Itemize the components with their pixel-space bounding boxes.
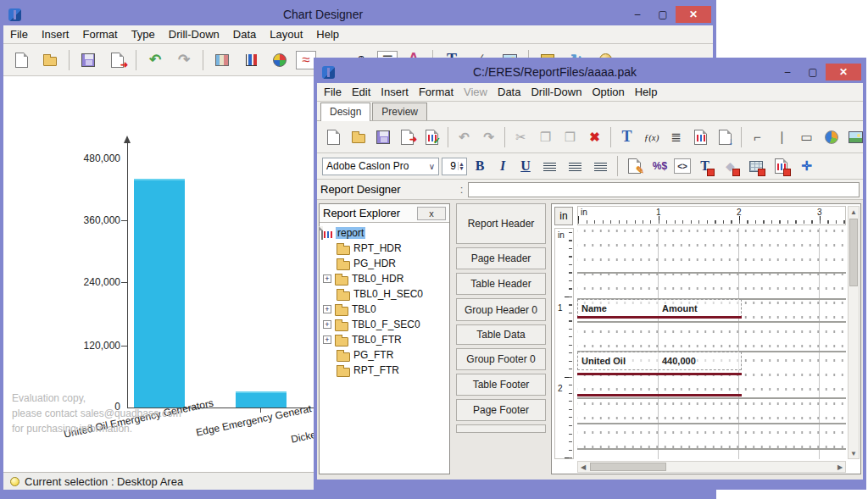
tree-item[interactable]: +TBL0_FTR [321, 332, 448, 347]
spinner-arrows-icon[interactable]: ▲▼ [458, 162, 466, 170]
tree-root[interactable]: report [321, 225, 448, 241]
export-icon[interactable]: ➜ [396, 125, 419, 148]
close-panel-button[interactable]: x [417, 207, 446, 220]
menu-type[interactable]: Type [131, 28, 155, 41]
paste-icon[interactable]: ❒ [559, 125, 581, 148]
move-icon[interactable]: ✛ [795, 155, 818, 178]
menu-insert[interactable]: Insert [381, 86, 409, 98]
band-separator[interactable] [577, 272, 846, 274]
bold-button[interactable]: B [470, 156, 490, 176]
font-size-stepper[interactable]: 9 ▲▼ [442, 158, 467, 175]
table-data-row[interactable]: United Oil 440,000 [577, 352, 742, 370]
menu-view[interactable]: View [464, 86, 487, 98]
tree-item[interactable]: +TBL0_F_SEC0 [321, 317, 448, 332]
connector-tool-icon[interactable]: ⌐ [746, 125, 769, 148]
section-group-header-0[interactable]: Group Header 0 [456, 298, 546, 321]
menu-layout[interactable]: Layout [270, 28, 303, 41]
new-document-icon[interactable] [8, 47, 34, 73]
italic-button[interactable]: I [492, 156, 513, 176]
menu-help[interactable]: Help [635, 86, 658, 98]
horizontal-scrollbar[interactable]: ◀ ▶ [577, 461, 846, 473]
expand-icon[interactable]: + [323, 320, 331, 329]
align-center-icon[interactable] [564, 155, 587, 178]
tree-item[interactable]: RPT_HDR [321, 241, 448, 256]
tree-item[interactable]: PG_FTR [321, 347, 448, 363]
chart-designer-titlebar[interactable]: Chart Designer – ▢ ✕ [3, 3, 713, 25]
menu-data[interactable]: Data [233, 28, 256, 41]
open-folder-icon[interactable] [347, 125, 370, 148]
unit-button[interactable]: in [554, 207, 573, 225]
save-icon[interactable] [75, 47, 101, 73]
maximize-button[interactable]: ▢ [800, 64, 826, 80]
tab-preview[interactable]: Preview [372, 103, 427, 120]
delete-icon[interactable]: ✖ [583, 125, 606, 148]
tree-item[interactable]: +TBL0 [321, 302, 448, 317]
band-separator[interactable] [577, 448, 846, 450]
band-separator[interactable] [577, 321, 846, 323]
scroll-thumb[interactable] [849, 219, 858, 286]
rectangle-tool-icon[interactable]: ▭ [795, 125, 818, 148]
report-style-icon[interactable] [770, 155, 793, 178]
formula-icon[interactable]: ƒ(x) [640, 125, 663, 148]
header-underline[interactable] [577, 316, 742, 319]
menu-edit[interactable]: Edit [352, 86, 370, 98]
data-cell-amount[interactable]: 440,000 [659, 356, 696, 366]
bar-united-oil[interactable] [134, 179, 185, 408]
vertical-scrollbar[interactable]: ▲ ▼ [848, 206, 860, 459]
menu-drill-down[interactable]: Drill-Down [531, 86, 581, 98]
open-folder-icon[interactable] [37, 47, 63, 73]
redo-icon[interactable]: ↷ [477, 125, 500, 148]
save-icon[interactable] [371, 125, 394, 148]
line-tool-icon[interactable]: ∣ [771, 125, 793, 148]
edit-document-icon[interactable]: ✎ [623, 155, 646, 178]
table-header-row[interactable]: Name Amount [577, 299, 742, 318]
text-icon[interactable]: T [615, 125, 638, 148]
tree-item[interactable]: RPT_FTR [321, 363, 448, 378]
menu-data[interactable]: Data [498, 86, 520, 98]
section-group-footer-0[interactable]: Group Footer 0 [456, 348, 546, 370]
expand-icon[interactable]: + [323, 305, 331, 313]
bar-edge[interactable] [236, 391, 287, 408]
align-right-icon[interactable] [589, 155, 612, 178]
tree-item[interactable]: TBL0_H_SEC0 [321, 286, 448, 302]
menu-file[interactable]: File [10, 28, 28, 41]
tree-item[interactable]: PG_HDR [321, 256, 448, 271]
fill-style-icon[interactable]: ◆ [719, 155, 742, 178]
menu-help[interactable]: Help [316, 28, 339, 41]
text-style-icon[interactable]: T [693, 155, 716, 178]
table-style-icon[interactable] [744, 155, 767, 178]
import-icon[interactable]: ↓ [714, 125, 737, 148]
section-table-header[interactable]: Table Header [456, 273, 546, 295]
menu-format[interactable]: Format [82, 28, 117, 41]
pie-chart-icon[interactable] [820, 125, 843, 148]
menu-drill-down[interactable]: Drill-Down [169, 28, 220, 41]
formula-bar-input[interactable] [468, 182, 860, 197]
section-page-header[interactable]: Page Header [456, 247, 546, 269]
pie-chart-icon[interactable] [267, 47, 292, 73]
report-designer-titlebar[interactable]: C:/ERES/ReportFiles/aaaa.pak – ▢ ✕ [317, 61, 863, 83]
cut-icon[interactable]: ✂ [509, 125, 532, 148]
copy-icon[interactable]: ❐ [534, 125, 557, 148]
scroll-thumb[interactable] [590, 463, 666, 471]
add-rows-icon[interactable]: ≣ [665, 125, 687, 148]
new-document-icon[interactable] [322, 125, 345, 148]
close-button[interactable]: ✕ [676, 6, 711, 23]
band-separator[interactable] [577, 423, 846, 424]
font-family-select[interactable]: Adobe Caslon Pro ∨ [322, 158, 439, 175]
chart-report-icon[interactable] [689, 125, 712, 148]
menu-file[interactable]: File [324, 86, 342, 98]
scroll-right-icon[interactable]: ▶ [835, 462, 845, 472]
bar-chart-icon[interactable] [238, 47, 264, 73]
data-cell-name[interactable]: United Oil [578, 356, 659, 366]
edit-data-icon[interactable]: ✓ [420, 125, 443, 148]
group-footer-line[interactable] [577, 394, 742, 396]
section-table-footer[interactable]: Table Footer [456, 374, 546, 396]
header-cell-amount[interactable]: Amount [659, 303, 698, 313]
underline-button[interactable]: U [515, 156, 536, 176]
undo-icon[interactable]: ↶ [453, 125, 476, 148]
maximize-button[interactable]: ▢ [650, 6, 676, 23]
redo-icon[interactable]: ↷ [171, 47, 197, 73]
tree-item[interactable]: +TBL0_HDR [321, 271, 448, 286]
image-icon[interactable] [844, 125, 867, 148]
section-table-data[interactable]: Table Data [456, 324, 546, 345]
